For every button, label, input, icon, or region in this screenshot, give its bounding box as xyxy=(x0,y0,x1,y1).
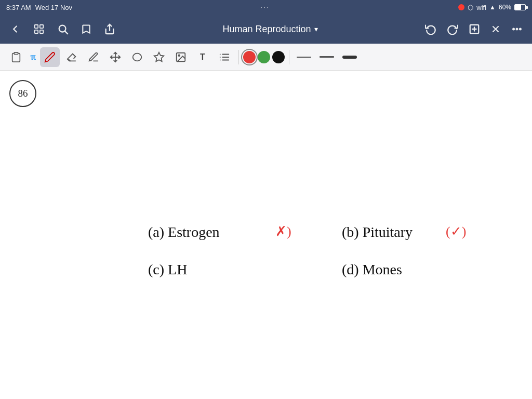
svg-point-22 xyxy=(178,55,180,56)
wifi-icon: wifi xyxy=(476,4,486,11)
option-b-mark: (✓) xyxy=(446,224,466,239)
battery-percent: 60% xyxy=(499,4,511,11)
svg-line-5 xyxy=(65,31,68,34)
shape-tool[interactable] xyxy=(149,47,169,67)
image-tool[interactable] xyxy=(171,47,191,67)
bluetooth-tool-icon: ℼ xyxy=(28,52,38,62)
pen-tool[interactable] xyxy=(40,47,60,67)
option-a-text: (a) Estrogen xyxy=(148,224,220,240)
svg-point-12 xyxy=(513,29,514,30)
highlighter-tool[interactable] xyxy=(84,47,103,67)
bluetooth-icon: ⬡ xyxy=(468,4,473,11)
redo-button[interactable] xyxy=(445,21,460,37)
lasso-tool[interactable] xyxy=(127,47,147,67)
stroke-thin-button[interactable] xyxy=(294,55,314,60)
nav-title-area: Human Reproduction ▾ xyxy=(126,24,415,35)
color-red[interactable] xyxy=(243,51,256,63)
color-black[interactable] xyxy=(272,51,285,63)
svg-point-13 xyxy=(516,29,518,30)
option-d-text: (d) Mones xyxy=(342,261,402,277)
handwritten-content: (a) Estrogen ✗) (b) Pituitary (✓) (c) LH… xyxy=(0,71,532,399)
undo-button[interactable] xyxy=(423,21,438,37)
record-dot xyxy=(458,4,464,10)
bookmark-button[interactable] xyxy=(79,21,94,37)
grid-button[interactable] xyxy=(31,21,47,37)
toolbar: ℼ xyxy=(0,44,532,71)
eraser-tool[interactable] xyxy=(62,47,82,67)
signal-icon: ▲ xyxy=(489,4,496,11)
title-chevron: ▾ xyxy=(314,25,318,33)
paste-tool[interactable] xyxy=(6,47,26,67)
search-button[interactable] xyxy=(55,21,71,37)
stroke-thin-icon xyxy=(297,57,311,58)
ellipsis-dots: ··· xyxy=(261,4,270,10)
add-page-button[interactable] xyxy=(467,21,482,37)
battery-icon xyxy=(514,4,526,10)
toolbar-divider xyxy=(238,50,239,64)
stroke-thick-icon xyxy=(342,56,357,59)
stroke-thick-button[interactable] xyxy=(339,54,360,61)
date: Wed 17 Nov xyxy=(35,4,72,11)
nav-right xyxy=(423,21,525,37)
svg-rect-2 xyxy=(35,30,38,33)
text-tool[interactable]: T xyxy=(193,47,212,67)
status-left: 8:37 AM Wed 17 Nov xyxy=(6,4,72,11)
canvas-area[interactable]: 86 (a) Estrogen ✗) (b) Pituitary (✓) (c)… xyxy=(0,71,532,399)
stroke-medium-button[interactable] xyxy=(316,54,337,60)
svg-rect-15 xyxy=(14,52,18,54)
option-b-text: (b) Pituitary xyxy=(342,224,413,240)
svg-rect-3 xyxy=(40,30,43,33)
time: 8:37 AM xyxy=(6,4,31,11)
status-right: ⬡ wifi ▲ 60% xyxy=(458,4,526,11)
toolbar-divider-2 xyxy=(289,50,289,64)
stroke-medium-icon xyxy=(320,56,334,58)
color-green[interactable] xyxy=(258,51,270,63)
svg-rect-0 xyxy=(35,25,38,28)
status-center: ··· xyxy=(261,4,270,10)
option-c-text: (c) LH xyxy=(148,261,187,277)
selection-tool[interactable] xyxy=(105,47,125,67)
status-bar: 8:37 AM Wed 17 Nov ··· ⬡ wifi ▲ 60% xyxy=(0,0,532,15)
more-button[interactable] xyxy=(509,21,525,37)
marker-tool[interactable] xyxy=(215,47,234,67)
share-button[interactable] xyxy=(102,21,117,37)
svg-marker-20 xyxy=(154,52,164,61)
close-button[interactable] xyxy=(488,22,503,36)
back-button[interactable] xyxy=(7,21,23,37)
document-title: Human Reproduction xyxy=(222,24,311,35)
svg-rect-1 xyxy=(40,25,43,28)
nav-bar: Human Reproduction ▾ xyxy=(0,15,532,44)
svg-point-19 xyxy=(133,53,142,61)
svg-point-14 xyxy=(520,29,521,30)
option-a-mark: ✗) xyxy=(275,224,291,239)
